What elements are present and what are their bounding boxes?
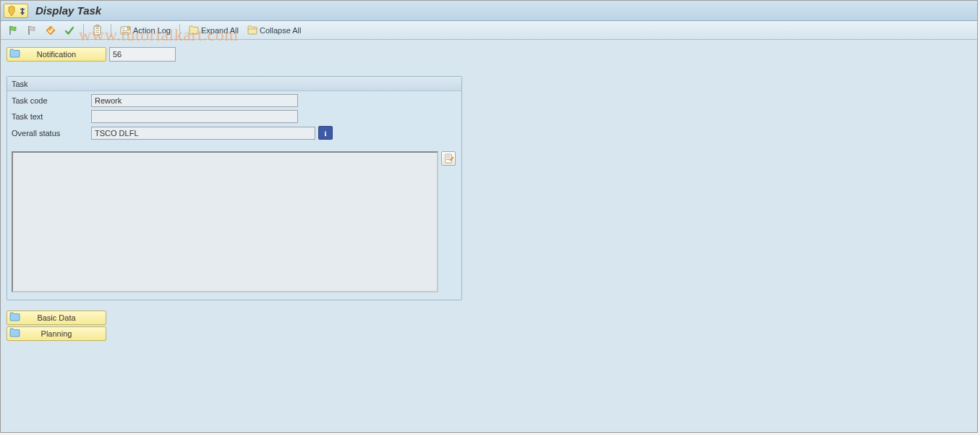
svg-rect-11 <box>122 32 129 33</box>
flag-green-icon[interactable] <box>5 23 21 38</box>
check-green-icon[interactable] <box>61 23 77 38</box>
action-log-label: Action Log <box>133 26 171 35</box>
separator <box>83 24 84 37</box>
expand-all-button[interactable]: Expand All <box>186 23 242 38</box>
basic-data-label: Basic Data <box>37 313 75 322</box>
task-code-label: Task code <box>12 96 91 105</box>
clipboard-icon[interactable] <box>90 23 105 38</box>
planning-label: Planning <box>41 329 72 338</box>
svg-rect-6 <box>95 30 99 31</box>
svg-rect-4 <box>96 25 99 28</box>
folder-icon <box>9 48 20 59</box>
app-window: Display Task Action Log Expand All <box>0 0 978 433</box>
page-title: Display Task <box>35 4 101 17</box>
overall-status-field[interactable]: TSCO DLFL <box>91 127 315 140</box>
svg-rect-13 <box>445 154 451 163</box>
long-text-editor-button[interactable] <box>441 151 456 166</box>
planning-button[interactable]: Planning <box>7 326 106 341</box>
long-text-area[interactable] <box>12 151 438 292</box>
expand-all-label: Expand All <box>201 26 239 35</box>
flag-grey-icon[interactable] <box>24 23 40 38</box>
action-log-button[interactable]: Action Log <box>117 23 174 38</box>
notification-label: Notification <box>37 50 76 59</box>
svg-rect-9 <box>122 28 124 29</box>
info-icon: i <box>324 129 326 138</box>
separator <box>179 24 180 37</box>
svg-rect-14 <box>446 156 451 156</box>
svg-rect-10 <box>122 30 129 30</box>
task-groupbox-title: Task <box>7 77 461 91</box>
application-toolbar: Action Log Expand All Collapse All <box>1 21 977 40</box>
notification-button[interactable]: Notification <box>7 47 106 62</box>
svg-rect-5 <box>95 28 99 29</box>
svg-marker-2 <box>46 26 55 35</box>
task-code-field[interactable]: Rework <box>91 94 298 107</box>
screen-body: Notification 56 Task Task code Rework Ta… <box>1 40 977 348</box>
folder-icon <box>9 328 20 339</box>
check-orange-icon[interactable] <box>43 23 59 38</box>
save-as-variant-icon[interactable] <box>4 4 28 18</box>
svg-point-12 <box>127 27 130 30</box>
notification-number-field[interactable]: 56 <box>109 47 176 62</box>
task-groupbox: Task Task code Rework Task text Overall … <box>7 76 462 300</box>
basic-data-button[interactable]: Basic Data <box>7 311 106 325</box>
title-bar: Display Task <box>1 1 977 21</box>
svg-rect-7 <box>95 32 99 33</box>
document-edit-icon <box>444 153 453 164</box>
status-info-button[interactable]: i <box>318 126 333 140</box>
overall-status-label: Overall status <box>12 129 91 138</box>
separator <box>111 24 111 37</box>
folder-icon <box>9 312 20 323</box>
task-text-label: Task text <box>12 112 91 121</box>
collapse-all-label: Collapse All <box>260 26 301 35</box>
svg-rect-15 <box>446 158 451 159</box>
task-text-field[interactable] <box>91 110 298 123</box>
svg-rect-1 <box>20 9 25 10</box>
svg-rect-0 <box>22 8 23 12</box>
collapse-all-button[interactable]: Collapse All <box>244 23 304 38</box>
